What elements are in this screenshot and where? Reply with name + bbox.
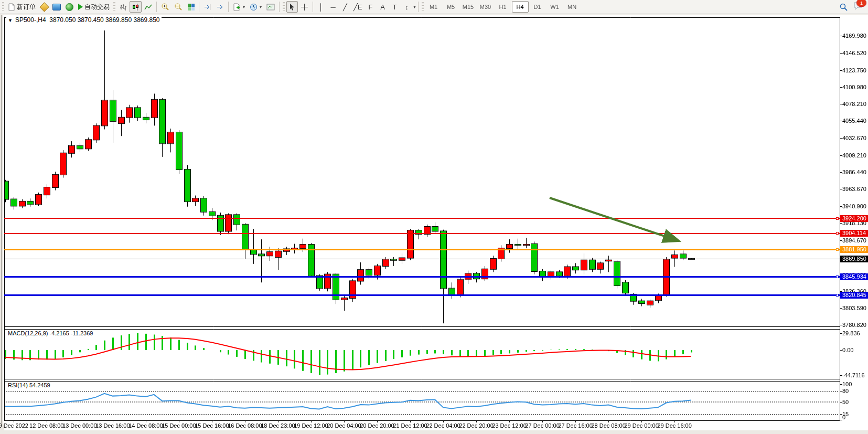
equidistant-channel-tool-icon: ╱E (353, 4, 362, 10)
toolbar-right: 1 (837, 1, 868, 13)
horizontal-line-3869.850[interactable] (4, 259, 840, 259)
time-axis-label: 14 Dec 08:00 (128, 422, 163, 429)
notification-badge: 1 (856, 0, 866, 7)
market-watch-button[interactable] (50, 1, 63, 13)
arrows-tool-button[interactable]: ↕ (401, 1, 413, 13)
line-handle[interactable] (836, 276, 839, 278)
macd-label: MACD(12,26,9) -4.2165 -11.2369 (7, 330, 94, 336)
timeframe-button-h4[interactable]: H4 (512, 1, 529, 13)
time-axis-label: 16 Dec 08:00 (228, 422, 262, 429)
auto-trading-button[interactable]: 自动交易 (76, 1, 112, 13)
periods-button[interactable]: ▾ (248, 1, 264, 13)
auto-scroll-button[interactable] (214, 1, 226, 13)
mt4-window: 新订单 自动交易 (0, 0, 868, 434)
timeframe-button-m30[interactable]: M30 (477, 1, 494, 13)
tile-windows-button[interactable] (185, 1, 197, 13)
fibonacci-tool-button[interactable]: F (365, 1, 377, 13)
template-chart-icon (266, 3, 275, 11)
timeframe-button-mn[interactable]: MN (564, 1, 581, 13)
time-axis-label: 20 Dec 20:00 (360, 422, 394, 429)
line-handle[interactable] (836, 217, 839, 220)
price-tag-3904.114: 3904.114 (840, 230, 868, 237)
bar-chart-button[interactable] (117, 1, 129, 13)
chart-shift-icon (203, 3, 211, 11)
time-axis-label: 27 Dec 16:00 (558, 422, 592, 429)
zoom-out-button[interactable] (172, 1, 185, 13)
auto-trading-icon (78, 4, 83, 10)
time-axis-label: 15 Dec 16:00 (195, 422, 229, 429)
time-axis-label: 13 Dec 00:00 (62, 422, 97, 429)
timeframe-button-d1[interactable]: D1 (529, 1, 546, 13)
templates-button[interactable] (264, 1, 277, 13)
horizontal-line-tool-button[interactable]: ─ (327, 1, 339, 13)
chart-shift-button[interactable] (201, 1, 213, 13)
time-axis-label: 23 Dec 12:00 (492, 422, 526, 429)
horizontal-line-3904.114[interactable] (4, 233, 840, 234)
price-tag-3845.934: 3845.934 (840, 273, 868, 280)
auto-trading-label: 自动交易 (84, 3, 110, 12)
line-handle[interactable] (836, 294, 839, 297)
time-axis-label: 27 Dec 00:00 (525, 422, 559, 429)
rsi-label: RSI(14) 54.2459 (7, 382, 51, 388)
time-axis-label: 18 Dec 23:00 (261, 422, 295, 429)
price-tag-3924.200: 3924.200 (840, 215, 868, 222)
text-tool-button[interactable]: A (377, 1, 389, 13)
macd-axis-label: -44.7116 (842, 372, 865, 378)
line-handle[interactable] (836, 232, 839, 235)
fibonacci-tool-icon: F (369, 4, 373, 10)
signal-globe-icon (66, 3, 73, 11)
chevron-down-icon: ▾ (260, 5, 262, 9)
indicators-button[interactable] (38, 1, 50, 13)
vertical-line-tool-icon: │ (319, 4, 323, 10)
new-chart-button[interactable]: ▾ (231, 1, 247, 13)
crosshair-icon (301, 3, 308, 11)
search-button[interactable] (837, 1, 850, 13)
time-axis-label: 22 Dec 04:00 (426, 422, 460, 429)
line-chart-icon (144, 3, 152, 11)
price-axis-label: 4100.980 (842, 84, 866, 90)
timeframe-button-m15[interactable]: M15 (460, 1, 477, 13)
line-chart-button[interactable] (142, 1, 154, 13)
timeframe-button-m1[interactable]: M1 (425, 1, 442, 13)
monitor-icon (52, 4, 61, 10)
toolbar-grip (422, 2, 424, 12)
candlestick-chart-button[interactable] (130, 1, 142, 13)
new-order-button[interactable]: 新订单 (6, 1, 38, 13)
price-axis-label: 4078.210 (842, 101, 866, 107)
zoom-in-button[interactable] (159, 1, 172, 13)
chart-menu-triangle-icon[interactable]: ▼ (8, 18, 13, 23)
horizontal-line-3924.200[interactable] (4, 218, 840, 219)
timeframe-group: M1M5M15M30H1H4D1W1MN (425, 1, 581, 13)
macd-axis-label: 29.836 (842, 330, 860, 336)
signals-button[interactable] (63, 1, 76, 13)
price-axis-label: 4009.210 (842, 152, 866, 158)
price-axis-label: 3803.590 (842, 305, 866, 311)
price-tag-3869.850: 3869.850 (840, 256, 868, 262)
rsi-axis-label: 50 (842, 399, 849, 405)
text-tool-icon: A (380, 4, 385, 10)
crosshair-tool-button[interactable] (298, 1, 310, 13)
trendline-tool-button[interactable]: ╱ (339, 1, 351, 13)
separator (279, 2, 280, 12)
timeframe-button-m5[interactable]: M5 (443, 1, 459, 13)
gold-diamond-icon (39, 2, 49, 12)
new-order-label: 新订单 (17, 3, 36, 12)
horizontal-line-3881.950[interactable] (4, 249, 840, 250)
horizontal-line-3845.934[interactable] (4, 276, 840, 278)
text-label-tool-button[interactable]: T (389, 1, 401, 13)
search-icon (839, 3, 848, 12)
vertical-line-tool-button[interactable]: │ (315, 1, 327, 13)
timeframe-button-w1[interactable]: W1 (546, 1, 563, 13)
chevron-down-icon: ▾ (414, 5, 416, 9)
equidistant-channel-tool-button[interactable]: ╱E (351, 1, 365, 13)
cursor-tool-button[interactable] (286, 1, 298, 13)
horizontal-line-3820.845[interactable] (4, 294, 840, 296)
time-axis-label: 29 Dec 00:00 (624, 422, 658, 429)
macd-axis-label: 0.00 (842, 347, 853, 353)
timeframe-button-h1[interactable]: H1 (495, 1, 511, 13)
time-axis-label: 13 Dec 16:00 (95, 422, 130, 429)
line-handle[interactable] (836, 248, 839, 251)
notifications-button[interactable]: 1 (853, 2, 863, 12)
zoom-out-icon (174, 3, 183, 11)
new-chart-icon (233, 3, 241, 11)
